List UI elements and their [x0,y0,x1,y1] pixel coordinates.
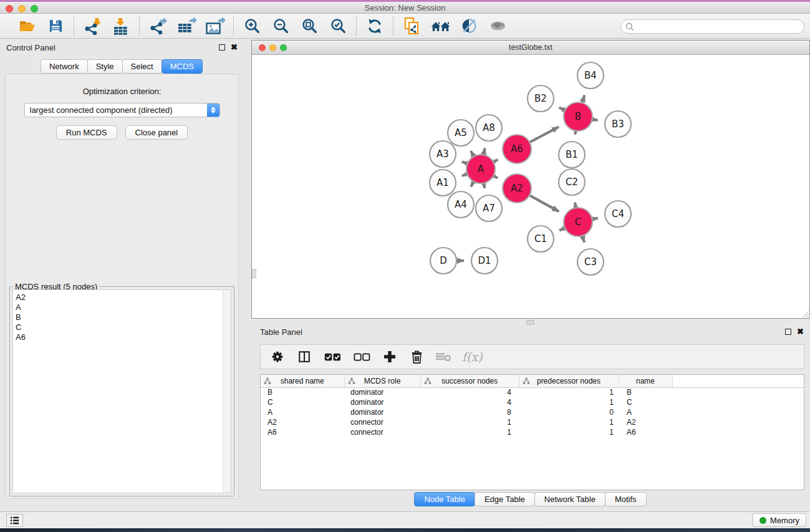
result-list-item[interactable]: C [16,322,231,332]
close-table-panel-icon[interactable]: ✖ [797,329,804,335]
node-A2[interactable]: A2 [503,174,531,203]
add-row-button[interactable] [382,349,398,365]
resize-corner-icon[interactable] [801,310,809,317]
search-field[interactable] [620,19,804,34]
table-cell[interactable]: 1 [519,387,619,397]
edge-B-B1[interactable] [575,132,576,135]
show-columns-button[interactable] [296,349,312,365]
table-cell[interactable]: C [619,397,672,407]
edge-A-A3[interactable] [462,162,467,163]
delete-table-button[interactable] [435,349,451,365]
network-graph[interactable]: B4B2BB3A8A5A6A3B1AC2A1A2A4A7C4CC1DD1C3 [252,55,809,318]
result-list-item[interactable]: A6 [16,332,231,342]
node-C4[interactable]: C4 [605,201,631,227]
table-row[interactable]: A6connector11A6 [261,427,804,437]
node-B2[interactable]: B2 [528,85,554,112]
search-input[interactable] [637,22,804,31]
node-B1[interactable]: B1 [559,142,585,168]
network-zoom-button[interactable] [280,44,287,51]
select-all-button[interactable] [323,349,342,365]
unselect-all-button[interactable] [352,349,371,365]
column-header-shared-name[interactable]: shared name [261,375,344,387]
table-cell[interactable]: A2 [261,417,344,427]
refresh-layout-button[interactable] [365,16,385,36]
network-canvas[interactable]: B4B2BB3A8A5A6A3B1AC2A1A2A4A7C4CC1DD1C3 [252,55,809,318]
zoom-selected-button[interactable] [328,16,348,36]
node-D[interactable]: D [430,248,456,274]
node-C2[interactable]: C2 [559,169,585,195]
edge-B-B4[interactable] [582,95,584,102]
optimization-criterion-select[interactable]: largest connected component (directed) [24,103,220,117]
edge-A2-C[interactable] [530,196,559,212]
import-network-button[interactable] [82,16,102,36]
tab-node-table[interactable]: Node Table [414,492,475,506]
network-close-button[interactable] [259,44,266,51]
table-row[interactable]: Cdominator41C [261,397,804,407]
table-cell[interactable]: 8 [420,407,519,417]
tab-mcds[interactable]: MCDS [162,59,203,74]
result-list-item[interactable]: B [16,312,231,322]
close-window-button[interactable] [6,5,13,12]
export-table-button[interactable] [176,16,196,36]
edge-B-B2[interactable] [559,107,565,110]
run-mcds-button[interactable]: Run MCDS [56,125,117,140]
node-A7[interactable]: A7 [476,195,502,221]
edge-A-A1[interactable] [462,174,466,176]
save-session-button[interactable] [46,16,65,36]
node-A6[interactable]: A6 [503,135,531,163]
edge-C-C3[interactable] [582,236,584,243]
edge-A-A2[interactable] [494,176,498,178]
float-panel-icon[interactable] [219,44,225,51]
zoom-out-button[interactable] [271,16,291,36]
table-cell[interactable]: 0 [519,407,619,417]
zoom-window-button[interactable] [31,5,38,12]
table-cell[interactable]: dominator [344,407,420,417]
node-A5[interactable]: A5 [448,120,474,146]
zoom-in-button[interactable] [242,16,262,36]
table-cell[interactable]: A2 [619,417,672,427]
column-header-successor-nodes[interactable]: successor nodes [420,375,519,387]
table-cell[interactable]: 1 [519,417,619,427]
task-history-button[interactable] [6,514,23,527]
table-cell[interactable]: B [261,387,344,397]
edge-A-A7[interactable] [484,184,485,188]
minimize-window-button[interactable] [18,5,26,12]
float-table-panel-icon[interactable] [785,329,791,335]
edge-A-A8[interactable] [484,148,485,154]
export-network-button[interactable] [148,16,168,36]
node-A1[interactable]: A1 [430,170,456,196]
show-all-networks-button[interactable] [430,16,450,36]
tab-select[interactable]: Select [122,59,162,74]
tab-motifs[interactable]: Motifs [605,492,647,506]
node-B3[interactable]: B3 [605,111,631,137]
edge-C-C2[interactable] [575,203,576,208]
node-D1[interactable]: D1 [471,248,498,274]
node-B[interactable]: B [564,102,592,131]
column-header-MCDS-role[interactable]: MCDS role [344,375,420,387]
show-graphics-details-button[interactable] [488,16,508,36]
close-panel-button[interactable]: Close panel [125,125,188,140]
table-row[interactable]: A2connector11A2 [261,417,804,427]
tab-network[interactable]: Network [41,59,88,74]
table-cell[interactable]: 4 [420,387,519,397]
network-window-titlebar[interactable]: testGlobe.txt [252,41,809,55]
table-cell[interactable]: 1 [420,417,519,427]
import-table-button[interactable] [111,16,131,36]
table-cell[interactable]: dominator [344,387,420,397]
node-B4[interactable]: B4 [577,62,604,89]
edge-A-A4[interactable] [471,182,473,186]
column-header-name[interactable]: name [619,375,672,387]
table-cell[interactable]: 1 [420,427,519,437]
edge-C-C1[interactable] [559,228,564,231]
node-A4[interactable]: A4 [448,191,474,218]
table-row[interactable]: Bdominator41B [261,387,804,397]
zoom-fit-button[interactable] [299,16,319,36]
table-cell[interactable]: C [261,397,344,407]
result-list-item[interactable]: A [16,302,231,312]
table-cell[interactable]: A [261,407,344,417]
close-panel-icon[interactable]: ✖ [231,44,238,51]
edge-A-A5[interactable] [471,151,473,156]
table-cell[interactable]: A6 [619,427,672,437]
splitter-grip-vertical[interactable] [252,269,256,278]
node-A[interactable]: A [466,155,495,183]
